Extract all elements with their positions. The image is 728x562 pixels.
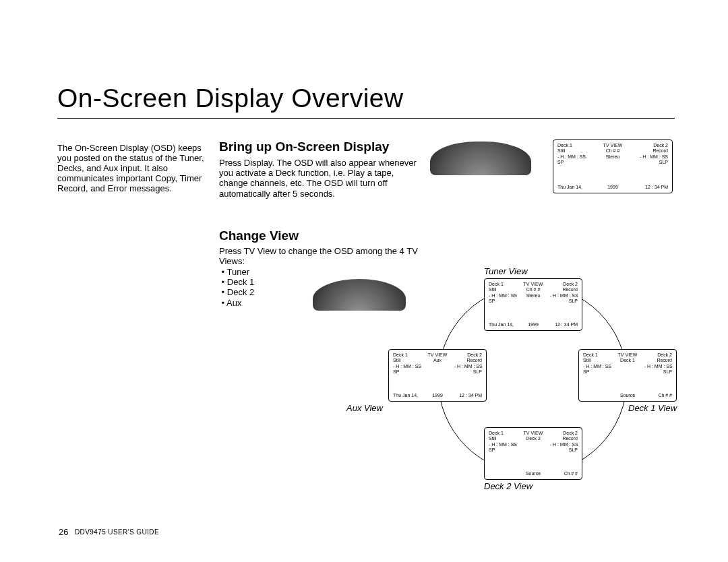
- deck2-view-label: Deck 2 View: [484, 481, 533, 491]
- osd-screen-tuner: Deck 1TV VIEWDeck 2 StillCh # #Record - …: [484, 278, 582, 331]
- tv-view-item: Deck 1: [227, 277, 254, 287]
- osd-screen-deck1: Deck 1TV VIEWDeck 2 StillDeck 1Record - …: [578, 349, 677, 402]
- section2-body-line1: Press TV View to change the OSD among th…: [219, 246, 418, 266]
- remote-illustration: [430, 142, 531, 175]
- tv-view-item: Tuner: [227, 267, 249, 277]
- footer-guide-name: DDV9475 USER'S GUIDE: [75, 528, 159, 536]
- osd-screen-main: Deck 1TV VIEWDeck 2 StillCh # #Record - …: [553, 139, 673, 193]
- section1-body: Press Display. The OSD will also appear …: [219, 158, 421, 199]
- tv-view-item: Deck 2: [227, 287, 254, 297]
- aux-view-label: Aux View: [346, 403, 383, 413]
- deck1-view-label: Deck 1 View: [628, 403, 677, 413]
- osd-screen-aux: Deck 1TV VIEWDeck 2 StillAuxRecord - H :…: [388, 349, 487, 402]
- intro-paragraph: The On-Screen Display (OSD) keeps you po…: [57, 144, 206, 194]
- tuner-view-label: Tuner View: [484, 266, 528, 276]
- tv-view-item: Aux: [226, 298, 241, 308]
- section1-heading: Bring up On-Screen Display: [219, 139, 389, 154]
- section2-heading: Change View: [219, 228, 299, 243]
- page-number: 26: [59, 527, 68, 537]
- osd-screen-deck2: Deck 1TV VIEWDeck 2 StillDeck 2Record - …: [484, 427, 582, 480]
- page-title: On-Screen Display Overview: [57, 84, 404, 113]
- title-rule: [57, 118, 675, 119]
